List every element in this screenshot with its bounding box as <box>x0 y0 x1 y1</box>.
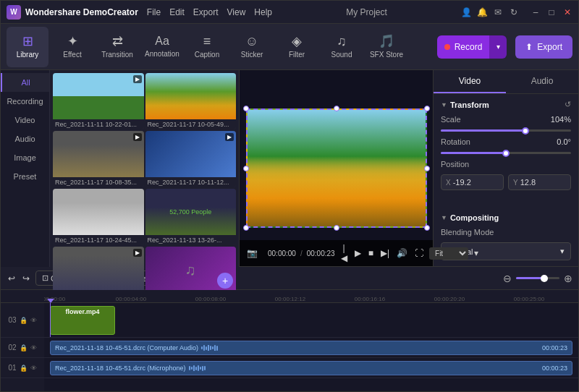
handle-bot-left[interactable] <box>243 225 249 231</box>
zoom-out-btn[interactable]: ⊖ <box>503 273 512 284</box>
video-clip[interactable]: flower.mp4 <box>50 306 115 335</box>
zoom-slider[interactable] <box>516 277 559 279</box>
screenshot-btn[interactable]: 📷 <box>245 247 259 260</box>
transform-reset-btn[interactable]: ↺ <box>565 100 571 109</box>
media-label: Rec_2021-11-17 10-11-12... <box>145 177 237 187</box>
sidebar-item-video[interactable]: Video <box>1 111 49 129</box>
eye-icon-02[interactable]: 👁 <box>30 344 37 351</box>
minimize-btn[interactable]: – <box>531 7 541 17</box>
audio-clip-01[interactable]: Rec_2021-11-18 10-45-51.dcrc (Microphone… <box>50 361 572 375</box>
tab-video[interactable]: Video <box>434 70 506 93</box>
add-media-button[interactable]: + <box>217 273 233 289</box>
timeline-tracks: 00:00:00:00 00:00:04:00 00:00:08:00 00:0… <box>44 290 578 392</box>
library-tool[interactable]: ⊞ Library <box>7 27 48 67</box>
record-button[interactable]: Record <box>437 35 490 59</box>
effect-tool[interactable]: ✦ Effect <box>51 27 93 67</box>
caption-tool[interactable]: ≡ Caption <box>186 27 228 67</box>
eye-icon[interactable]: 👁 <box>30 317 37 324</box>
redo-btn[interactable]: ↪ <box>21 272 31 285</box>
zoom-thumb[interactable] <box>541 275 548 282</box>
stop-btn[interactable]: ■ <box>367 247 375 260</box>
handle-bot-mid[interactable] <box>334 225 339 231</box>
rewind-btn[interactable]: |◀ <box>339 242 349 265</box>
mail-icon[interactable]: ✉ <box>493 7 503 17</box>
handle-bot-right[interactable] <box>424 225 430 231</box>
handle-mid-right[interactable] <box>424 166 430 171</box>
settings-btn[interactable]: ▾ <box>473 247 480 260</box>
list-item[interactable]: ▶ Rec_2021-11-11 10-22-01... <box>53 73 144 129</box>
pos-x-input[interactable]: X -19.2 <box>441 174 504 190</box>
rotation-thumb[interactable] <box>502 150 510 157</box>
list-item[interactable]: Rec_2021-11-17 10-24-45... <box>53 189 144 245</box>
sidebar-item-preset[interactable]: Preset <box>1 167 49 186</box>
pos-y-input[interactable]: Y 12.8 <box>508 174 571 190</box>
time-separator: / <box>300 250 303 257</box>
filter-tool[interactable]: ◈ Filter <box>276 27 318 67</box>
refresh-icon[interactable]: ↻ <box>509 7 519 17</box>
audio-clip-02[interactable]: Rec_2021-11-18 10-45-51.dcrc (Computer A… <box>50 341 572 355</box>
sidebar-item-recording[interactable]: Recording <box>1 92 49 111</box>
tab-audio[interactable]: Audio <box>506 70 578 93</box>
ruler-mark-2: 00:00:08:00 <box>195 296 226 302</box>
rotation-slider[interactable] <box>441 152 571 154</box>
eye-icon-01[interactable]: 👁 <box>30 365 37 372</box>
fit-select[interactable]: Fit 100% 50% <box>429 247 468 260</box>
track-label-03: 03 🔒 👁 <box>1 303 44 338</box>
rotation-value: 0.0° <box>557 137 571 146</box>
close-btn[interactable]: ✕ <box>562 7 572 17</box>
sidebar-item-image[interactable]: Image <box>1 148 49 167</box>
compositing-header-left: ▼ Compositing <box>441 213 499 222</box>
menu-export[interactable]: Export <box>193 7 219 17</box>
sidebar-item-audio[interactable]: Audio <box>1 129 49 148</box>
export-button[interactable]: ⬆ Export <box>515 35 572 59</box>
handle-top-right[interactable] <box>424 106 430 111</box>
scale-thumb[interactable] <box>522 127 529 135</box>
fullscreen-btn[interactable]: ⛶ <box>413 247 425 260</box>
transition-tool[interactable]: ⇄ Transition <box>96 27 138 67</box>
playhead[interactable] <box>50 303 51 337</box>
menu-view[interactable]: View <box>227 7 246 17</box>
sound-tool[interactable]: ♫ Sound <box>321 27 363 67</box>
zoom-controls: ⊖ ⊕ <box>503 273 572 284</box>
transform-section: ▼ Transform ↺ Scale 104% Rotation 0.0° <box>434 94 578 202</box>
menu-file[interactable]: File <box>147 7 161 17</box>
zoom-in-btn[interactable]: ⊕ <box>564 273 572 284</box>
handle-top-left[interactable] <box>243 106 249 111</box>
preview-canvas <box>246 108 427 228</box>
sticker-tool[interactable]: ☺ Sticker <box>231 27 273 67</box>
list-item[interactable]: Rec_2021-11-17 10-05-49... <box>145 73 237 129</box>
list-item[interactable]: 52,700 People Rec_2021-11-13 13-26-... <box>145 189 237 245</box>
lock-icon-02[interactable]: 🔒 <box>20 344 28 351</box>
menu-edit[interactable]: Edit <box>169 7 185 17</box>
lock-icon-01[interactable]: 🔒 <box>20 365 28 372</box>
maximize-btn[interactable]: □ <box>546 7 557 17</box>
list-item[interactable]: ▶ Rec_2021-11-17 10-08-35... <box>53 131 144 187</box>
media-thumb: 52,700 People <box>145 189 237 235</box>
sidebar-item-all[interactable]: All <box>1 73 49 92</box>
annotation-tool[interactable]: Aa Annotation <box>141 27 183 67</box>
sfx-tool[interactable]: 🎵 SFX Store <box>365 27 407 67</box>
menu-bar[interactable]: File Edit Export View Help <box>147 7 272 17</box>
window-controls[interactable]: 👤 🔔 ✉ ↻ – □ ✕ <box>461 7 572 17</box>
ruler-mark-4: 00:00:16:16 <box>355 296 385 302</box>
account-icon[interactable]: 👤 <box>461 7 471 17</box>
media-label: Rec_2021-11-17 10-05-49... <box>145 119 237 129</box>
library-label: Library <box>17 51 39 59</box>
sound-icon: ♫ <box>337 35 347 48</box>
handle-mid-left[interactable] <box>243 166 249 171</box>
media-label: Rec_2021-11-13 13-26-... <box>145 235 237 245</box>
menu-help[interactable]: Help <box>254 7 272 17</box>
transform-arrow: ▼ <box>441 101 447 108</box>
undo-btn[interactable]: ↩ <box>7 272 17 285</box>
record-dropdown-btn[interactable]: ▾ <box>489 35 507 59</box>
volume-btn[interactable]: 🔊 <box>395 247 409 260</box>
notification-icon[interactable]: 🔔 <box>477 7 487 17</box>
lock-icon[interactable]: 🔒 <box>20 317 28 324</box>
list-item[interactable]: ▶ Rec_2021-11-17 10-11-12... <box>145 131 237 187</box>
play-btn[interactable]: ▶ <box>353 247 363 260</box>
caption-icon: ≡ <box>203 35 211 48</box>
media-label: Rec_2021-11-11 10-22-01... <box>53 119 144 129</box>
scale-slider[interactable] <box>441 129 571 132</box>
step-fwd-btn[interactable]: ▶| <box>379 247 391 260</box>
handle-top-mid[interactable] <box>334 106 339 111</box>
